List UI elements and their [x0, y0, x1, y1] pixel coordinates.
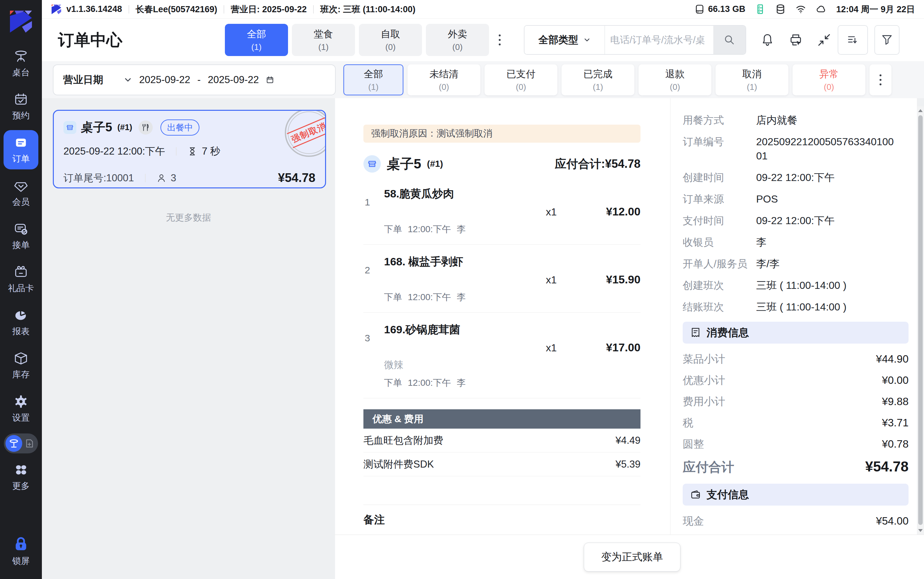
status-tab-abnormal[interactable]: 异常(0) — [793, 64, 865, 95]
status-tab-cancelled[interactable]: 取消(1) — [716, 64, 788, 95]
business-date-range-picker[interactable]: 营业日期 2025-09-22 - 2025-09-22 — [53, 64, 336, 95]
item-index: 1 — [365, 197, 370, 208]
filter-bar: 营业日期 2025-09-22 - 2025-09-22 全部(1) 未结清(0… — [42, 61, 924, 98]
info-row: 开单人/服务员李/李 — [683, 257, 909, 271]
item-name: 168. 椒盐手剥虾 — [384, 254, 641, 269]
collapse-button[interactable] — [817, 33, 831, 47]
tab-all-orders[interactable]: 全部(1) — [225, 24, 288, 56]
sort-button[interactable] — [838, 25, 868, 55]
filter-button[interactable] — [874, 25, 899, 55]
app-root: 桌台 预约 订单 会员 接单 — [0, 0, 924, 579]
order-card[interactable]: 桌子5 (#1) 出餐中 强制取消 2025-09-22 12:00:下午 — [53, 110, 326, 188]
item-meta: 下单 12:00:下午 李 — [384, 223, 641, 236]
item-row: 2 168. 椒盐手剥虾 x1 ¥15.90 下单 12:00:下午 李 — [364, 245, 641, 313]
status-tab-unsettled[interactable]: 未结清(0) — [408, 64, 480, 95]
sidebar: 桌台 预约 订单 会员 接单 — [0, 0, 42, 579]
fee-row: 毛血旺包含附加费 ¥4.49 — [364, 429, 641, 453]
chevron-down-icon — [583, 36, 591, 44]
summary-value: ¥9.88 — [882, 396, 909, 408]
status-tab-paid[interactable]: 已支付(0) — [485, 64, 557, 95]
notifications-button[interactable] — [760, 33, 775, 47]
summary-value: ¥3.71 — [882, 417, 909, 429]
order-tail-number: 订单尾号:10001 — [64, 171, 134, 185]
guest-icon — [157, 173, 166, 183]
channel-tabs-more-button[interactable] — [489, 24, 510, 56]
sort-list-icon — [846, 33, 859, 46]
printer-icon — [789, 33, 803, 47]
info-row: 结账班次三班 ( 11:00-14:00 ) — [683, 300, 909, 314]
table-mode-toggle[interactable] — [4, 433, 38, 453]
summary-row: 税¥3.71 — [683, 416, 909, 430]
tab-delivery[interactable]: 外卖(0) — [426, 24, 489, 56]
order-card-icon — [13, 135, 28, 150]
detail-seq: (#1) — [427, 159, 443, 169]
info-label: 订单来源 — [683, 192, 756, 206]
scrollbar-thumb[interactable] — [918, 115, 923, 525]
app-logo-small-icon — [51, 4, 62, 15]
summary-label: 菜品小计 — [683, 352, 725, 366]
item-price: ¥15.90 — [595, 273, 641, 286]
sidebar-item-reservation[interactable]: 预约 — [3, 87, 38, 126]
scroll-up-arrow[interactable] — [917, 106, 924, 114]
payable-value: ¥54.78 — [865, 458, 909, 475]
scroll-down-arrow[interactable] — [917, 526, 924, 535]
sidebar-item-giftcard[interactable]: 礼品卡 — [3, 260, 38, 299]
info-label: 订单编号 — [683, 135, 756, 163]
info-row: 支付时间09-22 12:00:下午 — [683, 214, 909, 228]
search-button[interactable] — [713, 26, 745, 54]
info-value: 三班 ( 11:00-14:00 ) — [756, 300, 898, 314]
summary-value: ¥0.00 — [882, 374, 909, 386]
print-button[interactable] — [789, 33, 803, 47]
order-type-select[interactable]: 全部类型 — [524, 26, 605, 54]
detail-payable-total: 应付合计:¥54.78 — [555, 156, 641, 172]
fees-header: 优惠 & 费用 — [364, 409, 641, 429]
right-panel-scrollbar[interactable] — [917, 106, 924, 535]
hard-drive-icon — [694, 4, 705, 15]
sidebar-item-accept-orders[interactable]: 接单 — [3, 216, 38, 256]
sidebar-item-more[interactable]: 更多 — [3, 457, 38, 497]
divider — [145, 174, 146, 182]
sidebar-item-inventory[interactable]: 库存 — [3, 346, 38, 385]
fee-name: 毛血旺包含附加费 — [364, 434, 615, 447]
info-value: 09-22 12:00:下午 — [756, 170, 898, 185]
payable-label: 应付合计 — [683, 458, 734, 476]
sidebar-item-label: 更多 — [12, 480, 29, 492]
page-title: 订单中心 — [58, 29, 225, 51]
item-name: 58.脆黄瓜炒肉 — [384, 186, 641, 201]
item-qty: x1 — [546, 206, 557, 218]
date-start: 2025-09-22 — [139, 74, 190, 86]
item-note: 微辣 — [384, 358, 641, 371]
sidebar-item-orders[interactable]: 订单 — [3, 130, 38, 169]
search-input[interactable] — [605, 26, 713, 54]
divider — [313, 5, 314, 13]
guest-count: 3 — [171, 172, 176, 184]
tab-dine-in[interactable]: 堂食(1) — [292, 24, 355, 56]
sidebar-item-label: 预约 — [12, 110, 29, 121]
sidebar-item-lockscreen[interactable]: 锁屏 — [3, 532, 38, 571]
funnel-icon — [880, 33, 893, 46]
status-tab-refund[interactable]: 退款(0) — [639, 64, 711, 95]
sidebar-item-reports[interactable]: 报表 — [3, 303, 38, 342]
wifi-icon — [795, 4, 806, 15]
calendar-icon — [266, 76, 274, 84]
item-price: ¥12.00 — [595, 205, 641, 218]
fee-name: 测试附件费SDK — [364, 458, 615, 471]
sidebar-item-settings[interactable]: 设置 — [3, 389, 38, 428]
info-label: 创建时间 — [683, 170, 756, 185]
info-value: 李 — [756, 235, 898, 249]
info-label: 支付时间 — [683, 214, 756, 228]
sidebar-item-members[interactable]: 会员 — [3, 173, 38, 213]
sidebar-item-tables[interactable]: 桌台 — [3, 44, 38, 83]
chevron-down-icon — [124, 76, 132, 84]
convert-to-formal-bill-button[interactable]: 变为正式账单 — [584, 543, 680, 572]
status-tab-completed[interactable]: 已完成(1) — [562, 64, 634, 95]
status-tabs-more-button[interactable] — [870, 64, 891, 95]
search-group: 全部类型 — [524, 25, 746, 55]
info-row: 创建时间09-22 12:00:下午 — [683, 170, 909, 185]
info-label: 创建班次 — [683, 278, 756, 293]
item-price: ¥17.00 — [595, 341, 641, 354]
tab-pickup[interactable]: 自取(0) — [359, 24, 422, 56]
detail-table-name: 桌子5 — [387, 155, 421, 173]
info-label: 结账班次 — [683, 300, 756, 314]
status-tab-all[interactable]: 全部(1) — [344, 64, 403, 95]
